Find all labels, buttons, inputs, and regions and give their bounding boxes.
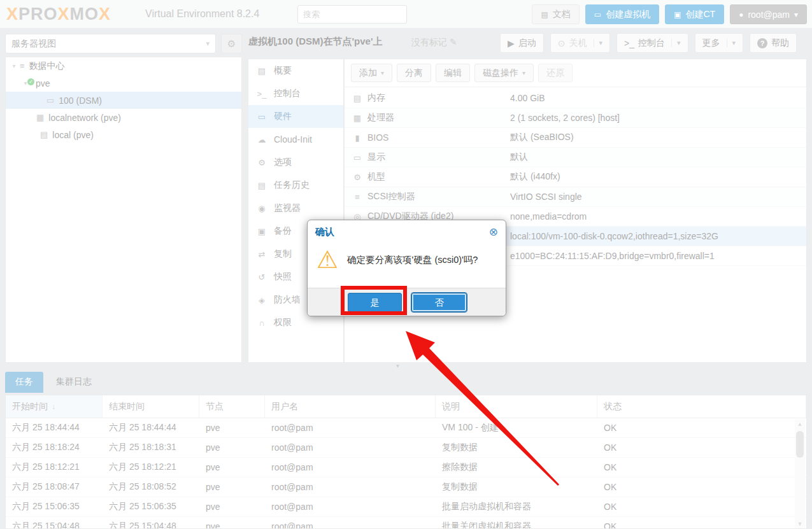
dialog-title: 确认 bbox=[315, 226, 334, 238]
proxmox-app: XPROXMOX Virtual Environment 8.2.4 ▤文档 ▭… bbox=[0, 0, 812, 529]
confirm-dialog: 确认 ⊗ ⚠ 确定要分离该项'硬盘 (scsi0)'吗? 是 否 bbox=[307, 220, 506, 316]
no-button[interactable]: 否 bbox=[411, 293, 467, 312]
dialog-footer: 是 否 bbox=[308, 288, 506, 316]
dialog-titlebar: 确认 ⊗ bbox=[308, 220, 506, 243]
dialog-message: 确定要分离该项'硬盘 (scsi0)'吗? bbox=[338, 254, 478, 266]
yes-button[interactable]: 是 bbox=[348, 293, 402, 312]
warning-icon: ⚠ bbox=[317, 247, 338, 272]
close-icon[interactable]: ⊗ bbox=[489, 225, 498, 239]
